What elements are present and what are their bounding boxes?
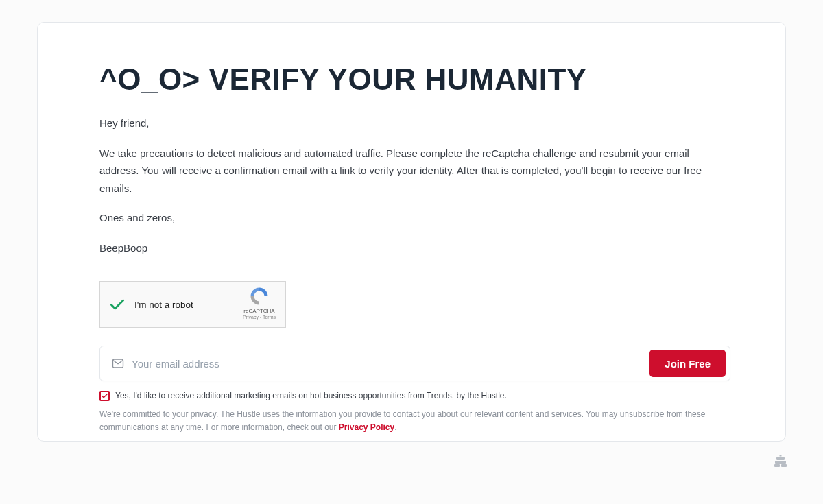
consent-row: Yes, I'd like to receive additional mark… [99,391,724,401]
recaptcha-links[interactable]: Privacy - Terms [240,315,278,320]
recaptcha-label: I'm not a robot [134,300,193,310]
verify-card: ^O_O> VERIFY YOUR HUMANITY Hey friend, W… [37,22,786,442]
signoff-text: Ones and zeros, [99,209,724,227]
mail-icon [111,357,125,370]
privacy-after: . [394,422,396,432]
privacy-before: We're committed to your privacy. The Hus… [99,409,705,432]
robot-icon [772,453,789,472]
email-input[interactable] [132,358,649,370]
privacy-text: We're committed to your privacy. The Hus… [99,408,724,433]
svg-rect-3 [776,457,785,460]
svg-rect-4 [775,461,786,464]
recaptcha-widget[interactable]: I'm not a robot reCAPTCHA Privacy - Term… [99,281,286,328]
consent-checkbox[interactable] [99,391,110,401]
check-icon [101,392,108,400]
join-free-button[interactable]: Join Free [649,350,726,377]
recaptcha-icon [249,286,270,307]
privacy-policy-link[interactable]: Privacy Policy [339,422,394,432]
recaptcha-badge: reCAPTCHA Privacy - Terms [240,286,278,320]
page-title: ^O_O> VERIFY YOUR HUMANITY [99,64,724,95]
consent-text: Yes, I'd like to receive additional mark… [115,391,507,400]
svg-rect-2 [780,455,782,457]
greeting-text: Hey friend, [99,115,724,132]
svg-rect-6 [781,464,787,467]
email-signup-row: Join Free [99,346,730,381]
signature-text: BeepBoop [99,239,724,257]
svg-rect-5 [774,464,780,467]
recaptcha-brand: reCAPTCHA [240,308,278,314]
checkmark-icon [108,296,126,313]
body-text: We take precautions to detect malicious … [99,145,724,197]
